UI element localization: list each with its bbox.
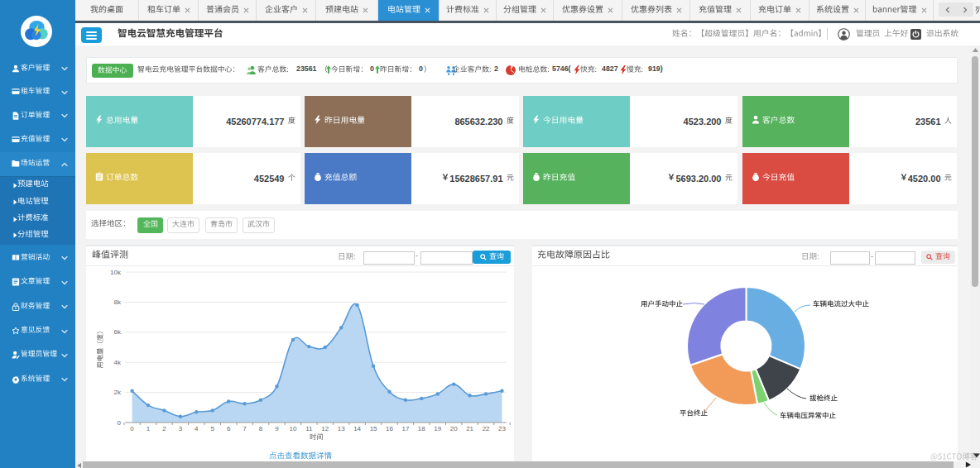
svg-text:20: 20 [450, 425, 458, 432]
svg-text:13: 13 [338, 425, 345, 432]
svg-text:16: 16 [386, 425, 393, 432]
svg-text:6: 6 [227, 425, 231, 432]
svg-text:4: 4 [195, 425, 199, 432]
svg-text:4k: 4k [114, 359, 122, 366]
svg-text:8: 8 [259, 425, 263, 432]
svg-text:8k: 8k [114, 298, 122, 306]
svg-text:10: 10 [289, 425, 296, 432]
svg-text:15: 15 [370, 425, 377, 432]
svg-text:17: 17 [401, 425, 409, 432]
svg-text:23: 23 [498, 425, 506, 432]
svg-text:7: 7 [243, 425, 247, 432]
svg-text:0: 0 [130, 425, 134, 432]
svg-text:19: 19 [434, 425, 441, 432]
svg-text:2k: 2k [114, 389, 122, 396]
svg-text:6k: 6k [114, 328, 122, 336]
svg-text:3: 3 [179, 425, 183, 432]
svg-text:0: 0 [118, 419, 122, 427]
svg-text:1: 1 [147, 425, 151, 432]
svg-text:10k: 10k [110, 269, 122, 276]
svg-text:14: 14 [353, 425, 361, 432]
svg-text:9: 9 [275, 425, 279, 432]
svg-text:21: 21 [466, 425, 473, 432]
svg-text:12: 12 [321, 425, 329, 432]
svg-text:22: 22 [483, 425, 490, 432]
svg-text:2: 2 [162, 425, 166, 432]
svg-text:5: 5 [211, 425, 215, 432]
svg-text:11: 11 [305, 425, 313, 432]
svg-text:18: 18 [418, 425, 425, 432]
